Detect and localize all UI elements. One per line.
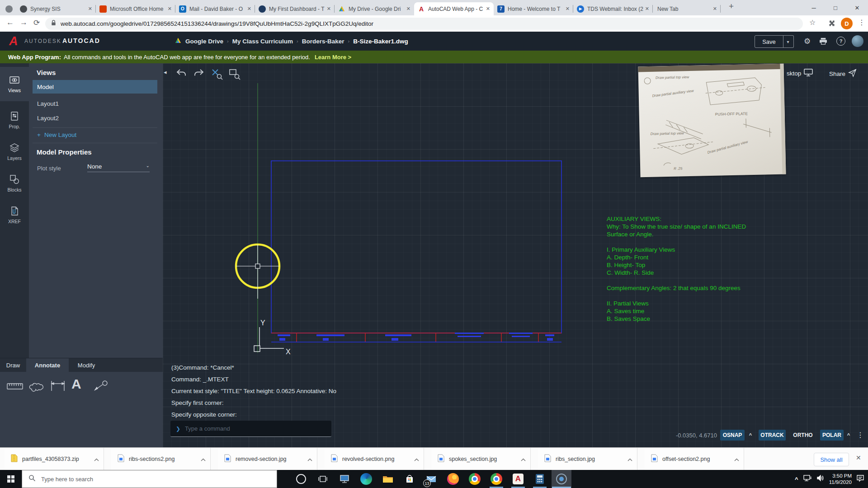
dimension-tool-icon[interactable]	[49, 380, 67, 394]
plot-style-dropdown[interactable]: None ⌄	[87, 163, 150, 172]
layout-item-layout2[interactable]: Layout2	[33, 111, 157, 125]
download-chip[interactable]: partfiles_43058373.zip	[5, 448, 104, 470]
action-center-icon[interactable]	[856, 474, 864, 484]
volume-icon[interactable]	[816, 474, 825, 483]
tab-close-icon[interactable]: ✕	[406, 6, 410, 12]
window-minimize-button[interactable]: ─	[803, 0, 825, 15]
border-rectangle[interactable]	[271, 161, 561, 333]
downloads-close-icon[interactable]: ✕	[856, 454, 861, 461]
print-icon[interactable]	[819, 38, 827, 47]
browser-tab[interactable]: ▶ TDS Webmail: Inbox (2 ✕	[573, 2, 653, 15]
bookmark-star-icon[interactable]: ☆	[809, 18, 816, 27]
tab-close-icon[interactable]: ✕	[327, 6, 331, 12]
firefox-button[interactable]	[443, 470, 463, 488]
download-chip[interactable]: ribs-sections2.png	[111, 448, 211, 470]
pinned-tab[interactable]	[3, 2, 15, 15]
show-all-button[interactable]: Show all	[814, 453, 849, 466]
tab-close-icon[interactable]: ✕	[247, 6, 251, 12]
chevron-up-icon[interactable]	[307, 455, 312, 463]
breadcrumb-item[interactable]: Borders-Baker	[302, 38, 344, 45]
extensions-puzzle-icon[interactable]	[828, 19, 836, 29]
download-chip[interactable]: removed-section.jpg	[218, 448, 317, 470]
share-button[interactable]: Share	[829, 69, 857, 79]
auxiliary-views-annotation[interactable]: AUXILIARY VIEWS: Why: To Show the true s…	[607, 215, 746, 323]
help-icon[interactable]: ?	[836, 37, 845, 46]
browser-tab[interactable]: My Drive - Google Dri ✕	[335, 2, 414, 15]
sidebar-item-xref[interactable]: XREF	[0, 200, 29, 230]
sidebar-item-properties[interactable]: Prop.	[0, 105, 29, 136]
settings-gear-icon[interactable]: ⚙	[804, 37, 811, 46]
browser-tab[interactable]: O Mail - David Baker - O ✕	[175, 2, 255, 15]
download-chip[interactable]: offset-section2.png	[645, 448, 744, 470]
download-chip[interactable]: revolved-section.png	[325, 448, 424, 470]
task-view-button[interactable]	[313, 470, 333, 488]
tab-close-icon[interactable]: ✕	[168, 6, 172, 12]
chevron-up-icon[interactable]	[521, 455, 526, 463]
polar-chevron-icon[interactable]: ^	[844, 430, 853, 441]
reload-icon[interactable]: ⟳	[33, 18, 40, 28]
chrome-button[interactable]	[465, 470, 485, 488]
osnap-chevron-icon[interactable]: ^	[746, 430, 755, 441]
tab-close-icon[interactable]: ✕	[486, 6, 490, 12]
user-avatar[interactable]	[852, 35, 863, 47]
edge-button[interactable]	[356, 470, 376, 488]
status-menu-icon[interactable]: ⋮	[857, 431, 864, 439]
chrome-button-active[interactable]	[486, 470, 506, 488]
title-block-strip[interactable]	[271, 333, 561, 342]
tab-close-icon[interactable]: ✕	[645, 6, 649, 12]
command-input[interactable]	[184, 425, 312, 432]
screen-recorder-button[interactable]	[552, 470, 571, 488]
open-in-desktop-button-partial[interactable]: sktop	[787, 69, 813, 78]
chevron-up-icon[interactable]	[414, 455, 419, 463]
osnap-toggle[interactable]: OSNAP	[720, 430, 745, 441]
save-button[interactable]: Save	[755, 35, 783, 48]
browser-menu-icon[interactable]: ⋮	[858, 18, 865, 27]
new-layout-button[interactable]: +New Layout	[37, 131, 76, 138]
tray-chevron-icon[interactable]: ^	[795, 476, 798, 483]
breadcrumb-item[interactable]: My Class Curriculum	[232, 38, 293, 45]
browser-tab[interactable]: 7 Home - Welcome to T ✕	[494, 2, 573, 15]
new-tab-button[interactable]: +	[729, 1, 734, 11]
cortana-button[interactable]	[291, 470, 311, 488]
download-chip[interactable]: ribs_section.jpg	[538, 448, 637, 470]
ortho-toggle[interactable]: ORTHO	[791, 430, 815, 441]
tab-close-icon[interactable]: ✕	[88, 6, 92, 12]
address-bar[interactable]: web.autocad.com/googledrive/017298565241…	[45, 18, 803, 30]
tab-draw[interactable]: Draw	[0, 358, 26, 372]
browser-tab-active[interactable]: A AutoCAD Web App - C ✕	[414, 2, 494, 15]
dimension-ruler-tool-icon[interactable]	[6, 380, 24, 394]
browser-tab[interactable]: My First Dashboard - T ✕	[255, 2, 335, 15]
browser-tab[interactable]: Microsoft Office Home ✕	[96, 2, 175, 15]
layout-item-layout1[interactable]: Layout1	[33, 97, 157, 110]
chevron-up-icon[interactable]	[627, 455, 632, 463]
leader-tool-icon[interactable]	[91, 380, 109, 394]
otrack-toggle[interactable]: OTRACK	[759, 430, 786, 441]
network-icon[interactable]	[803, 474, 812, 483]
tab-close-icon[interactable]: ✕	[566, 6, 570, 12]
back-icon[interactable]: ←	[6, 18, 14, 27]
autocad-app-button[interactable]: A	[508, 470, 528, 488]
taskbar-search[interactable]	[22, 470, 277, 488]
revision-cloud-tool-icon[interactable]	[28, 380, 46, 394]
sidebar-item-views[interactable]: Views	[0, 67, 29, 101]
learn-more-link[interactable]: Learn More >	[315, 54, 351, 61]
pc-app-button[interactable]	[335, 470, 354, 488]
download-chip[interactable]: spokes_section.jpg	[431, 448, 531, 470]
tab-modify[interactable]: Modify	[69, 358, 104, 372]
start-button[interactable]	[0, 470, 22, 488]
taskbar-search-input[interactable]	[40, 475, 241, 483]
window-maximize-button[interactable]: □	[825, 0, 846, 15]
breadcrumb-item[interactable]: Google Drive	[185, 38, 223, 45]
polar-toggle[interactable]: POLAR	[820, 430, 844, 441]
mail-button[interactable]: 13	[421, 470, 441, 488]
browser-tab[interactable]: New Tab ✕	[653, 2, 721, 15]
tab-close-icon[interactable]: ✕	[713, 6, 717, 12]
chevron-up-icon[interactable]	[201, 455, 206, 463]
save-dropdown-button[interactable]: ▾	[783, 35, 794, 48]
calculator-button[interactable]	[530, 470, 550, 488]
sidebar-item-blocks[interactable]: Blocks	[0, 168, 29, 199]
tab-annotate[interactable]: Annotate	[26, 358, 69, 372]
browser-tab[interactable]: Synergy SIS ✕	[16, 2, 96, 15]
file-explorer-button[interactable]	[378, 470, 398, 488]
window-close-button[interactable]: ✕	[846, 0, 868, 15]
